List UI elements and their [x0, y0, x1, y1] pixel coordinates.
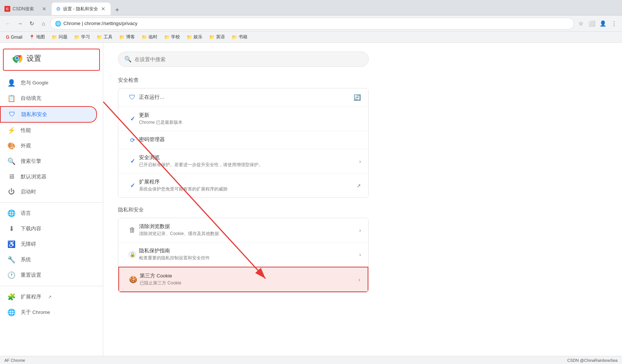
update-check-icon: ✓	[126, 115, 139, 122]
default-browser-icon: 🖥	[7, 173, 15, 181]
folder-icon-issues: 📁	[52, 35, 57, 40]
security-running-item[interactable]: 🛡 正在运行… 🔄	[118, 88, 368, 107]
new-tab-button[interactable]: +	[112, 5, 122, 15]
address-brand: Chrome | chrome://settings/privacy	[63, 21, 569, 26]
screenshot-button[interactable]: ⬜	[587, 18, 597, 29]
bookmark-books[interactable]: 📁 书籍	[229, 33, 250, 41]
refresh-icon: 🔄	[354, 94, 361, 101]
system-icon: 🔧	[7, 256, 15, 264]
tab-settings-label: 设置 - 隐私和安全	[63, 6, 98, 12]
tab-csdn-label: CSDN搜索	[13, 6, 34, 12]
startup-icon: ⏻	[7, 188, 15, 196]
sidebar-item-autofill[interactable]: 📋 自动填充	[0, 91, 97, 106]
security-extensions-item[interactable]: ✓ 扩展程序 系统会保护您免受可能有害的扩展程序的威胁 ↗	[118, 174, 368, 197]
privacy-guide-chevron: ›	[359, 252, 361, 258]
bookmark-english[interactable]: 📁 英语	[206, 33, 228, 41]
running-icon-container: 🛡	[126, 94, 139, 101]
folder-icon-school: 📁	[164, 35, 170, 40]
running-text: 正在运行…	[139, 94, 354, 101]
sidebar-item-startup[interactable]: ⏻ 启动时	[0, 184, 97, 199]
about-icon: 🌐	[7, 308, 15, 316]
forward-button[interactable]: →	[15, 18, 25, 29]
sidebar-item-extensions[interactable]: 🧩 扩展程序 ↗	[0, 289, 97, 305]
sidebar-item-accessibility[interactable]: ♿ 无障碍	[0, 237, 97, 252]
chrome-logo	[11, 52, 23, 64]
status-left: AF Chrome	[4, 358, 25, 363]
main-content: 设置 👤 您与 Google 📋 自动填充 🛡 隐私和安全 ⚡ 性能 🎨 外	[0, 43, 622, 356]
security-safe-browsing-item[interactable]: ✓ 安全浏览 已开启标准保护。若要进一步提升安全性，请使用增强型保护。 ›	[118, 149, 368, 174]
update-text: 更新 Chrome 已是最新版本	[139, 112, 361, 126]
tab-settings[interactable]: ⚙ 设置 - 隐私和安全 ✕	[52, 3, 111, 15]
privacy-guide-icon: 🔒	[128, 251, 136, 259]
bookmark-entertainment[interactable]: 📁 娱乐	[184, 33, 205, 41]
security-password-item[interactable]: ⟳ 密码管理器	[118, 131, 368, 149]
check-icon-ext: ✓	[130, 182, 135, 189]
security-update-item[interactable]: ✓ 更新 Chrome 已是最新版本	[118, 107, 368, 131]
sidebar-item-system[interactable]: 🔧 系统	[0, 252, 97, 267]
sidebar-item-language[interactable]: 🌐 语言	[0, 206, 97, 221]
language-icon: 🌐	[7, 209, 15, 217]
shield-check-icon: 🛡	[129, 94, 136, 101]
sidebar-item-reset[interactable]: 🕐 重置设置	[0, 267, 97, 283]
sidebar-item-downloads[interactable]: ⬇ 下载内容	[0, 221, 97, 237]
sidebar-item-privacy[interactable]: 🛡 隐私和安全	[0, 106, 97, 123]
extensions-icon: 🧩	[7, 293, 15, 301]
reload-button[interactable]: ↻	[27, 18, 37, 29]
content-area: 🔍 安全检查 🛡 正在运行… 🔄	[103, 43, 622, 310]
sidebar-item-search[interactable]: 🔍 搜索引擎	[0, 154, 97, 169]
privacy-guide-icon-container: 🔒	[126, 251, 139, 259]
privacy-icon: 🛡	[8, 111, 16, 118]
loading-spinner-icon: ⟳	[130, 137, 135, 144]
csdn-favicon: C	[4, 6, 10, 12]
bookmark-temp[interactable]: 📁 临时	[139, 33, 160, 41]
accessibility-icon: ♿	[7, 240, 15, 248]
safe-browsing-chevron: ›	[359, 158, 361, 164]
security-check-card: 🛡 正在运行… 🔄 ✓	[118, 88, 369, 198]
bookmark-button[interactable]: ☆	[576, 18, 586, 29]
extensions-external-icon: ↗	[48, 294, 52, 300]
password-text: 密码管理器	[139, 136, 361, 144]
bookmark-map[interactable]: 📍 地图	[26, 33, 48, 41]
cookie-chevron: ›	[358, 277, 360, 283]
bookmark-learning[interactable]: 📁 学习	[71, 33, 93, 41]
folder-icon-entertainment: 📁	[187, 35, 192, 40]
privacy-security-card: 🗑 清除浏览数据 清除浏览记录、Cookie、缓存及其他数据 › 🔒	[118, 218, 369, 293]
search-input[interactable]	[135, 56, 362, 62]
cookie-text: 第三方 Cookie 已阻止第三方 Cookie	[140, 273, 358, 286]
extensions-external-link-icon: ↗	[357, 183, 361, 189]
profile-button[interactable]: 👤	[598, 18, 608, 29]
third-party-cookie-item[interactable]: 🍪 第三方 Cookie 已阻止第三方 Cookie ›	[118, 267, 368, 292]
tab-settings-close[interactable]: ✕	[100, 6, 106, 12]
tab-csdn[interactable]: C CSDN搜索 ✕	[0, 3, 52, 15]
clear-browsing-item[interactable]: 🗑 清除浏览数据 清除浏览记录、Cookie、缓存及其他数据 ›	[118, 218, 368, 242]
map-icon: 📍	[29, 35, 35, 40]
search-icon: 🔍	[124, 56, 132, 63]
privacy-guide-text: 隐私保护指南 检查重要的隐私控制设置和安全控件	[139, 248, 359, 261]
menu-button[interactable]: ⋮	[609, 18, 619, 29]
trash-icon-container: 🗑	[126, 226, 139, 234]
cookie-icon-container: 🍪	[126, 276, 140, 284]
folder-icon-tools: 📁	[97, 35, 102, 40]
sidebar-item-performance[interactable]: ⚡ 性能	[0, 123, 97, 138]
bookmark-issues[interactable]: 📁 问题	[49, 33, 70, 41]
status-bar: AF Chrome CSDN @ChinaRainbowSea	[0, 356, 622, 364]
bookmark-gmail[interactable]: G Gmail	[3, 34, 25, 41]
sidebar-item-appearance[interactable]: 🎨 外观	[0, 138, 97, 154]
sidebar-item-google[interactable]: 👤 您与 Google	[0, 75, 97, 91]
bookmark-blog[interactable]: 📁 博客	[116, 33, 138, 41]
sidebar-item-default-browser[interactable]: 🖥 默认浏览器	[0, 169, 97, 184]
address-globe-icon: 🌐	[55, 21, 61, 27]
home-button[interactable]: ⌂	[38, 18, 49, 29]
bookmark-school[interactable]: 📁 学校	[161, 33, 183, 41]
bookmark-tools[interactable]: 📁 工具	[94, 33, 115, 41]
clear-browsing-chevron: ›	[359, 227, 361, 233]
privacy-guide-item[interactable]: 🔒 隐私保护指南 检查重要的隐私控制设置和安全控件 ›	[118, 242, 368, 267]
tab-csdn-close[interactable]: ✕	[41, 6, 47, 12]
sidebar-item-about[interactable]: 🌐 关于 Chrome	[0, 305, 97, 320]
settings-search-bar[interactable]: 🔍	[118, 52, 369, 67]
back-button[interactable]: ←	[3, 18, 13, 29]
folder-icon-english: 📁	[209, 35, 215, 40]
address-bar[interactable]: 🌐 Chrome | chrome://settings/privacy	[50, 18, 574, 29]
clear-browsing-text: 清除浏览数据 清除浏览记录、Cookie、缓存及其他数据	[139, 223, 359, 237]
sidebar: 设置 👤 您与 Google 📋 自动填充 🛡 隐私和安全 ⚡ 性能 🎨 外	[0, 43, 103, 356]
